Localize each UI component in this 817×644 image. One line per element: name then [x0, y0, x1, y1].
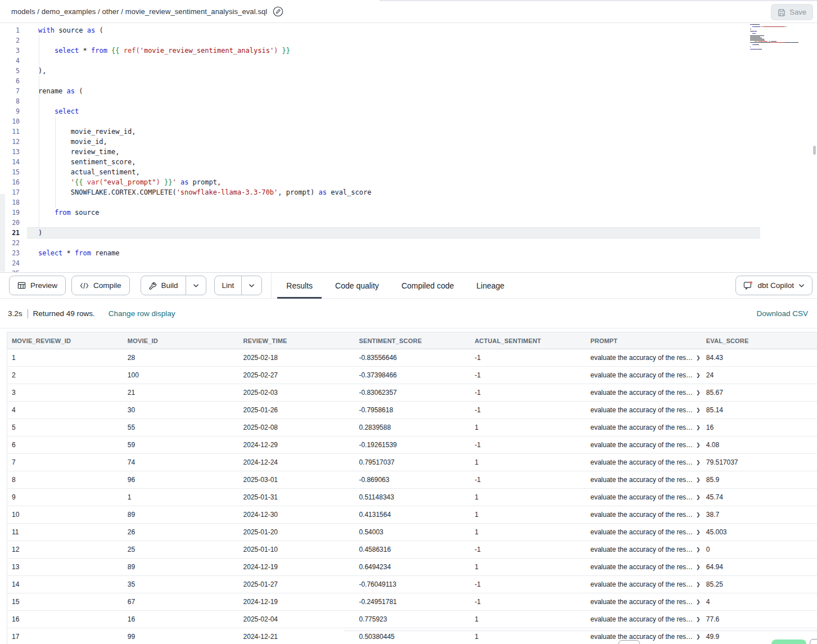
- minimap-line: [750, 24, 804, 25]
- bottom-partial-green-pill[interactable]: [771, 640, 806, 644]
- lint-button-label: Lint: [222, 281, 234, 290]
- table-cell: 2025-02-27: [239, 367, 355, 384]
- table-cell: 13: [7, 559, 123, 575]
- expand-prompt-icon[interactable]: ❯: [696, 372, 701, 378]
- expand-prompt-icon[interactable]: ❯: [696, 477, 701, 483]
- table-cell: evaluate the accuracy of the res…❯: [586, 402, 702, 418]
- minimap-line: [750, 26, 804, 27]
- expand-prompt-icon[interactable]: ❯: [696, 425, 701, 430]
- expand-prompt-icon[interactable]: ❯: [696, 442, 701, 448]
- table-cell: 11: [7, 524, 123, 541]
- table-cell: 2024-12-19: [239, 593, 355, 610]
- code-line: [27, 35, 760, 46]
- tab-compiled-code[interactable]: Compiled code: [401, 273, 454, 299]
- minimap[interactable]: [750, 24, 804, 52]
- results-table-body: 1282025-02-18-0.83556646-1evaluate the a…: [7, 349, 817, 644]
- sql-editor[interactable]: 1234567891011121314151617181920212223242…: [0, 23, 817, 272]
- code-line: [27, 96, 760, 106]
- table-cell: evaluate the accuracy of the res…❯: [586, 489, 702, 506]
- table-cell: 15: [7, 593, 123, 610]
- minimap-line: [750, 38, 804, 38]
- table-cell: 74: [123, 454, 239, 471]
- prompt-text: evaluate the accuracy of the res…: [590, 476, 693, 484]
- table-cell: 16: [123, 611, 239, 628]
- table-cell: 2024-12-19: [239, 559, 355, 575]
- expand-prompt-icon[interactable]: ❯: [696, 599, 701, 605]
- minimap-line: [750, 29, 804, 29]
- prompt-text: evaluate the accuracy of the res…: [590, 424, 693, 431]
- table-cell: 26: [123, 524, 239, 541]
- minimap-line: [750, 50, 804, 51]
- prompt-text: evaluate the accuracy of the res…: [590, 580, 693, 588]
- code-line: rename as (: [27, 86, 760, 96]
- action-toolbar: Preview Compile Build Lint Results Code …: [0, 272, 817, 299]
- table-cell: 99: [123, 628, 239, 644]
- minimap-line: [750, 46, 804, 46]
- table-row: 3212025-02-03-0.83062357-1evaluate the a…: [7, 384, 817, 402]
- download-csv-link[interactable]: Download CSV: [756, 309, 808, 318]
- table-cell: 0.4131564: [354, 506, 470, 523]
- table-cell: -0.76049113: [354, 576, 470, 593]
- build-button[interactable]: Build: [141, 276, 186, 295]
- expand-prompt-icon[interactable]: ❯: [696, 582, 701, 587]
- column-header: PROMPT: [586, 332, 702, 349]
- minimap-line: [750, 30, 804, 30]
- expand-prompt-icon[interactable]: ❯: [696, 547, 701, 552]
- editor-scrollbar-thumb[interactable]: [813, 146, 816, 155]
- table-cell: 4: [702, 593, 817, 610]
- table-cell: 1: [470, 454, 586, 471]
- expand-prompt-icon[interactable]: ❯: [696, 494, 701, 500]
- expand-prompt-icon[interactable]: ❯: [696, 564, 701, 570]
- table-cell: evaluate the accuracy of the res…❯: [586, 524, 702, 541]
- panel-tabs: Results Code quality Compiled code Linea…: [286, 273, 527, 299]
- expand-prompt-icon[interactable]: ❯: [696, 355, 701, 361]
- preview-button[interactable]: Preview: [9, 276, 66, 295]
- prompt-text: evaluate the accuracy of the res…: [590, 563, 693, 571]
- code-line: select * from rename: [27, 248, 760, 258]
- table-cell: 2025-01-31: [239, 489, 355, 506]
- table-cell: -1: [470, 349, 586, 366]
- table-cell: evaluate the accuracy of the res…❯: [586, 367, 702, 384]
- expand-prompt-icon[interactable]: ❯: [696, 616, 701, 622]
- breadcrumb[interactable]: models / demo_examples / other / movie_r…: [11, 7, 267, 16]
- bottom-partial-button[interactable]: [810, 639, 817, 644]
- tab-lineage[interactable]: Lineage: [476, 273, 504, 299]
- dbt-copilot-button[interactable]: dbt Copilot: [735, 276, 813, 295]
- edit-filename-icon[interactable]: [273, 6, 283, 17]
- table-cell: evaluate the accuracy of the res…❯: [586, 349, 702, 366]
- build-dropdown-button[interactable]: [186, 276, 206, 295]
- table-cell: 1: [470, 419, 586, 436]
- top-bar: models / demo_examples / other / movie_r…: [0, 0, 817, 23]
- bottom-partial-button[interactable]: [619, 640, 640, 644]
- code-line: movie_review_id,: [27, 127, 760, 137]
- table-cell: 59: [123, 436, 239, 453]
- prompt-text: evaluate the accuracy of the res…: [590, 406, 693, 414]
- save-button[interactable]: Save: [771, 4, 813, 20]
- table-cell: -1: [470, 541, 586, 558]
- table-cell: 1: [470, 611, 586, 628]
- table-cell: 85.25: [702, 576, 817, 593]
- change-row-display-link[interactable]: Change row display: [109, 309, 175, 318]
- tab-code-quality[interactable]: Code quality: [335, 273, 379, 299]
- expand-prompt-icon[interactable]: ❯: [696, 407, 701, 413]
- table-cell: 96: [123, 471, 239, 488]
- prompt-text: evaluate the accuracy of the res…: [590, 354, 693, 362]
- tab-compiled-code-label: Compiled code: [401, 281, 454, 290]
- prompt-text: evaluate the accuracy of the res…: [590, 493, 693, 501]
- prompt-text: evaluate the accuracy of the res…: [590, 633, 693, 641]
- table-cell: 77.6: [702, 611, 817, 628]
- lint-dropdown-button[interactable]: [241, 276, 261, 295]
- table-cell: 1: [470, 489, 586, 506]
- expand-prompt-icon[interactable]: ❯: [696, 529, 701, 535]
- expand-prompt-icon[interactable]: ❯: [696, 460, 701, 465]
- compile-button[interactable]: Compile: [71, 276, 130, 295]
- expand-prompt-icon[interactable]: ❯: [696, 390, 701, 395]
- code-line: SNOWFLAKE.CORTEX.COMPLETE('snowflake-lla…: [27, 187, 760, 197]
- tab-results[interactable]: Results: [286, 273, 313, 299]
- line-number: 14: [0, 157, 27, 167]
- expand-prompt-icon[interactable]: ❯: [696, 512, 701, 517]
- expand-prompt-icon[interactable]: ❯: [696, 634, 701, 640]
- table-cell: 0.54003: [354, 524, 470, 541]
- lint-button[interactable]: Lint: [215, 276, 242, 295]
- table-cell: 2025-02-18: [239, 349, 355, 366]
